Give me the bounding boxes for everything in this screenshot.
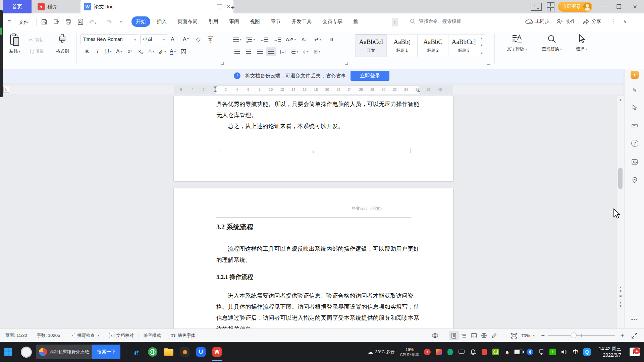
hanging-indent-marker[interactable]: [214, 90, 217, 92]
print-preview-icon[interactable]: [77, 18, 84, 25]
underline-button[interactable]: U: [103, 47, 113, 56]
file-menu[interactable]: 文件: [19, 19, 29, 25]
font-name-select[interactable]: Times New Roman: [80, 34, 138, 44]
navigate-location-icon[interactable]: [631, 176, 639, 184]
undo-icon[interactable]: ↶: [89, 18, 97, 26]
banner-login-button[interactable]: 立即登录: [351, 71, 389, 81]
smart-ruler-icon[interactable]: [631, 122, 639, 130]
text-effects-icon[interactable]: A⇗: [286, 35, 296, 44]
sort-icon[interactable]: A↓: [299, 35, 309, 44]
clear-format-icon[interactable]: ◇: [193, 35, 203, 44]
collapse-ribbon-icon[interactable]: ∧: [623, 19, 627, 24]
tray-pin-icon[interactable]: [479, 342, 490, 362]
share-label[interactable]: 分享: [592, 18, 601, 24]
collaborate-label[interactable]: 协作: [566, 18, 576, 24]
u-app-button[interactable]: U: [193, 342, 209, 362]
tray-app-icon[interactable]: [433, 342, 444, 362]
previous-page-icon[interactable]: ▲▲: [617, 286, 624, 292]
shrink-font-button[interactable]: A⁻: [181, 35, 191, 44]
redo-icon[interactable]: ↷: [107, 18, 112, 26]
start-button[interactable]: [0, 342, 16, 362]
text-layout-button[interactable]: 文字排版: [504, 34, 530, 52]
taskbar-search-widget[interactable]: 两种长臂猿野外灭绝 搜索一下: [36, 345, 120, 359]
gallery-down-icon[interactable]: ▼: [480, 44, 483, 47]
ie-browser-button[interactable]: e: [128, 342, 145, 362]
italic-button[interactable]: I: [93, 47, 103, 56]
new-tab-button[interactable]: ＋: [229, 3, 236, 12]
borders-icon[interactable]: ⊞: [312, 47, 322, 56]
next-page-icon[interactable]: ▼▼: [617, 301, 624, 308]
docer-tab[interactable]: ❧ 稻壳: [32, 0, 81, 13]
gallery-up-icon[interactable]: ▲: [480, 37, 483, 40]
ribbon-tab-6[interactable]: 视图: [246, 16, 264, 27]
align-right-icon[interactable]: [255, 47, 265, 56]
print-icon[interactable]: [65, 18, 72, 25]
paragraph-dialog-launcher[interactable]: [345, 62, 348, 65]
spellcheck-toggle[interactable]: ✓拼写检查: [70, 333, 99, 339]
document-canvas[interactable]: 具备优秀的导航功能。所以，只要会简单操作电脑的人员，可以无压力操作智能无人仓库管…: [0, 96, 616, 328]
style-4[interactable]: AaBbCc]标题 3: [448, 34, 479, 57]
bullet-list-icon[interactable]: [232, 35, 242, 44]
zoom-slider-handle[interactable]: [571, 333, 577, 338]
web-view-icon[interactable]: [479, 331, 489, 340]
increase-indent-icon[interactable]: →: [272, 35, 282, 44]
minimize-button[interactable]: —: [597, 3, 608, 10]
export-icon[interactable]: [53, 18, 60, 25]
ribbon-tab-9[interactable]: 会员专享: [318, 16, 347, 27]
page-count[interactable]: 页面: 11/30: [5, 333, 27, 339]
taskbar-clock[interactable]: 14:42 周三2022/9/7: [599, 346, 621, 358]
weather-widget[interactable]: ☁33°C 多云: [365, 342, 397, 362]
screen-share-icon[interactable]: [217, 4, 222, 9]
ribbon-tab-10[interactable]: 推: [349, 16, 358, 27]
apps-grid-icon[interactable]: [547, 2, 553, 11]
ribbon-tab-2[interactable]: 插入: [152, 16, 171, 27]
cut-button[interactable]: ✂剪切: [29, 37, 44, 43]
bold-button[interactable]: B: [82, 47, 92, 56]
more-options-icon[interactable]: ⋮: [610, 18, 616, 24]
ribbon-tab-5[interactable]: 审阅: [225, 16, 244, 27]
ink-pen-icon[interactable]: [489, 331, 499, 340]
window-list-icon[interactable]: 1: [531, 3, 542, 11]
tray-bell-icon[interactable]: [467, 342, 479, 362]
annotate-pen-icon[interactable]: ✎: [631, 86, 639, 94]
home-tab[interactable]: 首页: [3, 0, 32, 13]
page-view-icon[interactable]: [449, 331, 459, 340]
rail-more-icon[interactable]: •••: [631, 315, 639, 323]
styles-dialog-launcher[interactable]: [487, 62, 490, 65]
style-1[interactable]: AaBbCcI正文: [356, 34, 387, 57]
pinyin-guide-button[interactable]: wén文: [205, 35, 215, 44]
volume-tray-icon[interactable]: [558, 342, 570, 362]
superscript-button[interactable]: X²: [125, 47, 135, 56]
font-size-select[interactable]: 小四: [140, 34, 167, 44]
document-tab[interactable]: W 论文.doc ×: [80, 0, 233, 13]
paste-button[interactable]: 粘贴: [5, 34, 24, 54]
strikethrough-button[interactable]: A: [114, 47, 124, 56]
format-painter-button[interactable]: 格式刷: [53, 34, 72, 54]
ime-indicator[interactable]: 中: [570, 342, 581, 362]
shading-icon[interactable]: ⬨: [301, 47, 311, 56]
screen-edge-widget[interactable]: [0, 10, 3, 97]
align-center-icon[interactable]: [244, 47, 254, 56]
ribbon-tab-4[interactable]: 引用: [204, 16, 223, 27]
cpu-widget[interactable]: 16%CPU利用率: [397, 342, 422, 362]
search-widget-button[interactable]: 搜索一下: [92, 345, 120, 359]
read-view-icon[interactable]: [469, 331, 479, 340]
gallery-expand-icon[interactable]: ≡: [481, 51, 483, 55]
outline-view-icon[interactable]: [459, 331, 469, 340]
scrollbar-thumb[interactable]: [618, 168, 623, 189]
tray-shield-icon[interactable]: [444, 342, 456, 362]
qq-tray-icon[interactable]: [501, 342, 513, 362]
tray-music-icon[interactable]: ♪: [422, 342, 433, 362]
usb-tray-icon[interactable]: [536, 342, 547, 362]
right-indent-marker[interactable]: [417, 90, 420, 92]
pointer-tool-icon[interactable]: [631, 104, 639, 112]
font-color-button[interactable]: A: [168, 47, 178, 56]
select-tool-button[interactable]: 选择: [568, 34, 594, 52]
fullscreen-icon[interactable]: [629, 331, 639, 340]
justify-icon[interactable]: [266, 47, 276, 56]
zoom-slider[interactable]: [548, 335, 615, 336]
qq-pinyin-tray-icon[interactable]: Q: [581, 342, 593, 362]
ribbon-tab-7[interactable]: 章节: [266, 16, 285, 27]
command-search-input[interactable]: [418, 18, 477, 24]
browse-object-icon[interactable]: ▣: [617, 294, 624, 298]
